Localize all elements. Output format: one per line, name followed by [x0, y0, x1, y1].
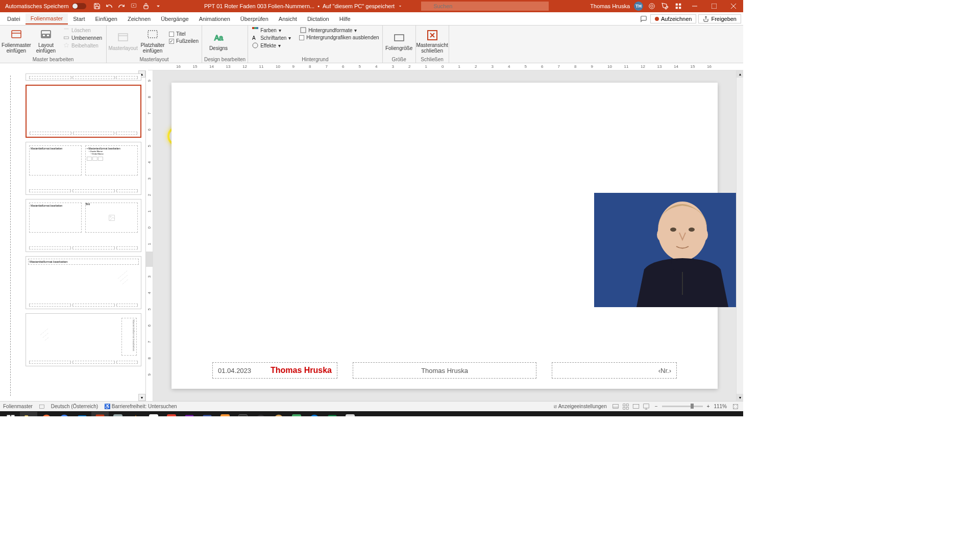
share-button[interactable]: Freigeben	[698, 14, 741, 23]
insert-slidemaster-button[interactable]: Folienmaster einfügen	[2, 27, 31, 56]
ribbon: Folienmaster einfügen Layout einfügen Lö…	[0, 26, 743, 63]
svg-text:Aa: Aa	[214, 34, 223, 42]
layout-thumb-0[interactable]	[26, 73, 141, 81]
obs-button[interactable]	[252, 412, 270, 416]
onenote-button[interactable]: N	[181, 412, 198, 416]
menu-hilfe[interactable]: Hilfe	[334, 14, 356, 24]
menu-folienmaster[interactable]: Folienmaster	[26, 13, 68, 24]
zoom-in-button[interactable]: +	[707, 404, 710, 409]
app-button-2[interactable]	[145, 412, 162, 416]
edge-button[interactable]	[306, 412, 323, 416]
layout-thumb-2[interactable]: Mastertitelformat bearbeiten • Mastertex…	[26, 142, 141, 195]
save-button[interactable]	[92, 2, 102, 11]
maximize-button[interactable]	[706, 0, 722, 12]
sorter-view-button[interactable]	[621, 403, 630, 411]
hide-bg-graphics-checkbox[interactable]: Hintergrundgrafiken ausblenden	[298, 34, 380, 41]
vertical-scrollbar[interactable]: ▴ ▾	[736, 70, 743, 401]
slide-size-button[interactable]: Foliengröße	[385, 27, 413, 56]
user-avatar[interactable]: TH	[634, 2, 643, 11]
layout-thumb-1-selected[interactable]	[26, 85, 141, 138]
todoist-button[interactable]	[163, 412, 180, 416]
app-button-3[interactable]	[216, 412, 234, 416]
status-accessibility[interactable]: ♿ Barrierefreiheit: Untersuchen	[104, 404, 177, 409]
toggle-switch[interactable]	[72, 3, 86, 9]
powerpoint-button[interactable]: P	[91, 412, 109, 416]
undo-button[interactable]	[105, 2, 114, 11]
layout-thumb-5[interactable]: Mastertitelformat bearbeiten — — — —— — …	[26, 313, 141, 366]
record-icon	[655, 17, 659, 21]
layout-thumb-3[interactable]: Mastertitelformat bearbeiten Bild	[26, 199, 141, 252]
explorer-button[interactable]	[20, 412, 37, 416]
fonts-button[interactable]: ASchriftarten▾	[250, 34, 293, 41]
app-button-6[interactable]	[288, 412, 305, 416]
visio-button[interactable]: V	[199, 412, 216, 416]
menu-dictation[interactable]: Dictation	[302, 14, 334, 24]
minimize-button[interactable]	[687, 0, 702, 12]
splitter-handle[interactable]	[146, 252, 153, 267]
thumb-scroll-down[interactable]: ▾	[138, 394, 145, 401]
effects-button[interactable]: Effekte▾	[250, 42, 293, 49]
insert-placeholder-button[interactable]: Platzhalter einfügen	[138, 27, 167, 56]
coming-soon-button[interactable]	[647, 2, 656, 11]
weather-widget[interactable]: 6°C Stark bewölkt	[679, 414, 738, 416]
outlook-button[interactable]	[74, 412, 91, 416]
excel-button[interactable]: X	[324, 412, 341, 416]
background-formats-button[interactable]: Hintergrundformate▾	[298, 27, 380, 34]
slide-number-placeholder[interactable]: ‹Nr.›	[552, 362, 677, 379]
touch-mode-button[interactable]	[141, 2, 151, 11]
menu-animationen[interactable]: Animationen	[194, 14, 235, 24]
menu-zeichnen[interactable]: Zeichnen	[122, 14, 156, 24]
app-button-4[interactable]	[234, 412, 252, 416]
display-settings[interactable]: ⎚ Anzeigeeinstellungen	[554, 404, 606, 409]
app-button-5[interactable]	[270, 412, 287, 416]
title-checkbox[interactable]: Titel	[168, 31, 200, 37]
reading-view-button[interactable]	[631, 403, 641, 411]
status-language[interactable]: Deutsch (Österreich)	[51, 404, 98, 409]
filename-dropdown-icon[interactable]	[398, 4, 403, 9]
thumbnail-panel[interactable]: ▴ Mastertitelformat bearbeiten • Mastert…	[0, 70, 146, 401]
slide-canvas[interactable]: ▲ 01.04.2023 Thomas Hruska Thomas Hruska…	[153, 70, 736, 401]
search-input[interactable]	[421, 2, 549, 11]
ink-button[interactable]	[660, 2, 670, 11]
menu-einfuegen[interactable]: Einfügen	[90, 14, 122, 24]
zoom-out-button[interactable]: −	[655, 404, 658, 409]
menu-datei[interactable]: Datei	[2, 14, 26, 24]
scroll-up-button[interactable]: ▴	[737, 70, 743, 78]
redo-button[interactable]	[117, 2, 126, 11]
close-master-view-button[interactable]: Masteransicht schließen	[418, 27, 447, 56]
autosave-toggle[interactable]: Automatisches Speichern	[2, 3, 89, 9]
menu-ansicht[interactable]: Ansicht	[274, 14, 302, 24]
app-grid-button[interactable]	[674, 2, 683, 11]
menu-uebergaenge[interactable]: Übergänge	[156, 14, 193, 24]
date-placeholder[interactable]: 01.04.2023 Thomas Hruska	[212, 362, 337, 379]
footers-checkbox[interactable]: Fußzeilen	[168, 38, 200, 44]
menu-start[interactable]: Start	[68, 14, 90, 24]
from-beginning-button[interactable]	[129, 2, 138, 11]
footer-placeholder[interactable]: Thomas Hruska	[353, 362, 536, 379]
layout-thumb-4[interactable]: Mastertitelformat bearbeiten — — — — —— …	[26, 256, 141, 309]
close-button[interactable]	[726, 0, 741, 12]
start-button[interactable]	[2, 412, 19, 416]
designs-button[interactable]: AaDesigns	[204, 27, 233, 56]
svg-rect-9	[679, 7, 681, 9]
colors-button[interactable]: Farben▾	[250, 27, 293, 34]
spellcheck-icon[interactable]	[39, 404, 45, 410]
fit-window-button[interactable]	[731, 403, 740, 411]
slideshow-view-button[interactable]	[642, 403, 651, 411]
app-button-7[interactable]	[341, 412, 359, 416]
vlc-button[interactable]	[127, 412, 144, 416]
comments-button[interactable]	[639, 14, 648, 23]
menu-ueberpruefen[interactable]: Überprüfen	[235, 14, 274, 24]
record-button[interactable]: Aufzeichnen	[650, 14, 697, 23]
qat-more-button[interactable]	[154, 2, 163, 11]
scroll-down-button[interactable]: ▾	[737, 394, 743, 401]
zoom-slider[interactable]	[662, 406, 703, 407]
firefox-button[interactable]	[38, 412, 55, 416]
normal-view-button[interactable]	[611, 403, 620, 411]
zoom-level[interactable]: 111%	[714, 404, 727, 409]
rename-button[interactable]: Umbenennen	[61, 34, 104, 41]
insert-layout-button[interactable]: Layout einfügen	[32, 27, 60, 56]
status-view-mode[interactable]: Folienmaster	[3, 404, 33, 409]
app-button-1[interactable]	[109, 412, 127, 416]
chrome-button[interactable]	[56, 412, 73, 416]
